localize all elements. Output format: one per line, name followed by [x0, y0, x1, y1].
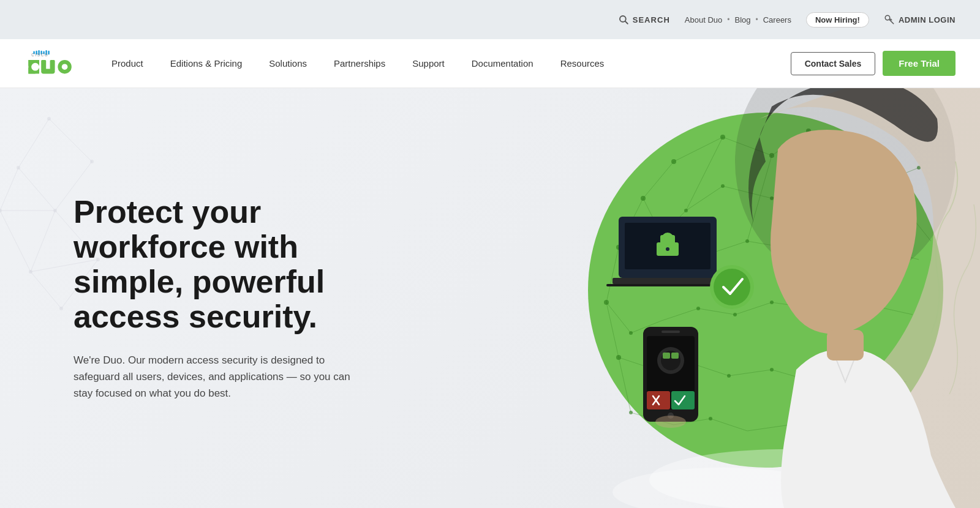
svg-point-123: [616, 355, 621, 360]
svg-line-23: [49, 119, 92, 162]
svg-line-5: [891, 19, 892, 20]
hero-subtext: We're Duo. Our modern access security is…: [74, 352, 368, 402]
hero-visualization: [429, 88, 980, 508]
svg-point-22: [62, 64, 68, 70]
svg-text:CISCO: CISCO: [31, 52, 48, 56]
svg-point-35: [47, 117, 51, 121]
top-bar-links: About Duo • Blog • Careers: [685, 15, 791, 24]
svg-point-129: [629, 411, 633, 414]
nav-solutions[interactable]: Solutions: [255, 39, 320, 88]
nav-support[interactable]: Support: [399, 39, 458, 88]
dot-separator: •: [727, 15, 729, 24]
dot-separator: •: [756, 15, 758, 24]
nav-resources[interactable]: Resources: [547, 39, 618, 88]
nav-partnerships[interactable]: Partnerships: [320, 39, 399, 88]
svg-point-102: [641, 196, 646, 201]
contact-sales-button[interactable]: Contact Sales: [791, 52, 876, 75]
svg-point-2: [885, 15, 890, 20]
svg-point-17: [31, 62, 39, 70]
blog-link[interactable]: Blog: [734, 15, 750, 24]
duo-logo[interactable]: CISCO: [24, 50, 74, 77]
svg-point-39: [17, 166, 20, 170]
svg-rect-20: [41, 69, 55, 73]
person-svg: [662, 88, 980, 508]
about-duo-link[interactable]: About Duo: [685, 15, 722, 24]
nav-links: Product Editions & Pricing Solutions Par…: [98, 39, 791, 88]
person-illustration: [662, 88, 980, 508]
svg-line-1: [625, 21, 627, 24]
search-icon: [618, 14, 629, 25]
svg-line-26: [18, 119, 49, 168]
svg-point-116: [604, 300, 609, 305]
careers-link[interactable]: Careers: [763, 15, 791, 24]
admin-login-label: ADMIN LOGIN: [899, 15, 956, 24]
nav-editions-pricing[interactable]: Editions & Pricing: [157, 39, 256, 88]
main-nav: CISCO Product Editions & Pricing Solutio…: [0, 39, 980, 88]
hero-headline: Protect your workforce with simple, powe…: [74, 195, 380, 335]
hero-content: Protect your workforce with simple, powe…: [0, 195, 380, 402]
nav-cta: Contact Sales Free Trial: [791, 51, 956, 76]
duo-logo-svg: CISCO: [24, 50, 74, 77]
now-hiring-badge[interactable]: Now Hiring!: [806, 12, 869, 28]
nav-documentation[interactable]: Documentation: [458, 39, 547, 88]
svg-line-3: [890, 20, 894, 24]
top-bar: SEARCH About Duo • Blog • Careers Now Hi…: [0, 0, 980, 39]
svg-rect-159: [827, 330, 864, 360]
search-button[interactable]: SEARCH: [618, 14, 670, 25]
free-trial-button[interactable]: Free Trial: [883, 51, 956, 76]
admin-login-button[interactable]: ADMIN LOGIN: [884, 14, 956, 25]
svg-point-36: [90, 160, 94, 163]
key-icon: [884, 14, 895, 25]
nav-product[interactable]: Product: [98, 39, 157, 88]
search-label: SEARCH: [633, 15, 670, 24]
hero-section: Protect your workforce with simple, powe…: [0, 88, 980, 508]
svg-point-117: [629, 331, 633, 335]
